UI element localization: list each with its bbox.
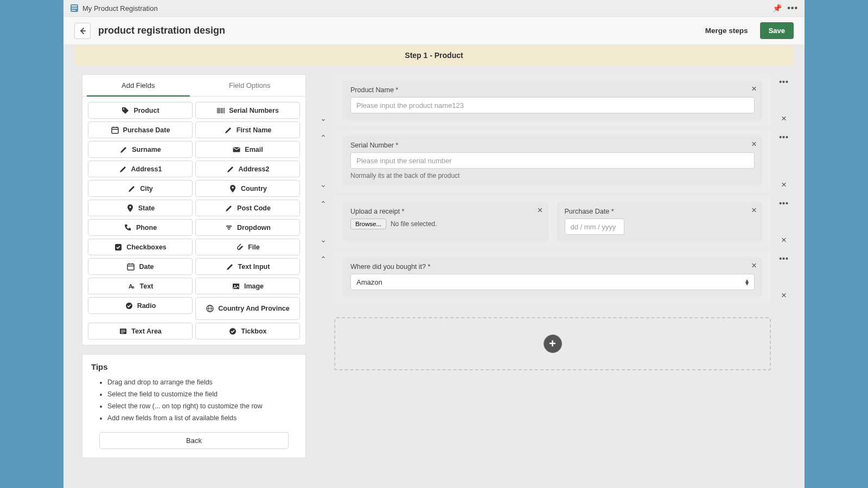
- row-reorder: ⌃⌄: [318, 251, 329, 303]
- remove-field-icon[interactable]: ×: [751, 139, 757, 149]
- remove-row-icon[interactable]: ×: [781, 235, 787, 245]
- row-controls: •••×: [776, 196, 792, 248]
- palette-text-input[interactable]: Text Input: [195, 258, 300, 275]
- move-down-icon[interactable]: ⌄: [320, 181, 327, 188]
- palette-date[interactable]: Date: [88, 258, 193, 275]
- browse-button[interactable]: Browse...: [350, 219, 386, 229]
- add-row-button[interactable]: +: [544, 335, 562, 353]
- row-container[interactable]: ×Serial Number *Normally its at the back…: [334, 130, 771, 192]
- palette-post-code[interactable]: Post Code: [195, 200, 300, 216]
- panel-tabs: Add Fields Field Options: [82, 75, 305, 97]
- svg-rect-11: [224, 108, 225, 113]
- palette-email[interactable]: Email: [195, 141, 300, 158]
- pencil-icon: [119, 145, 128, 154]
- palette-purchase-date[interactable]: Purchase Date: [88, 121, 193, 138]
- pencil-icon: [224, 126, 233, 134]
- palette-image[interactable]: Image: [195, 278, 300, 294]
- tips-panel: Tips Drag and drop to arrange the fields…: [82, 354, 306, 458]
- move-down-icon[interactable]: ⌄: [320, 114, 327, 122]
- row-menu-icon[interactable]: •••: [779, 133, 789, 142]
- palette-label: Country And Province: [218, 305, 290, 312]
- palette-label: Email: [245, 146, 263, 153]
- palette-city[interactable]: City: [88, 180, 193, 197]
- add-row-dropzone[interactable]: +: [334, 317, 771, 370]
- row-reorder: ⌃⌄: [318, 196, 329, 248]
- text-input[interactable]: [350, 97, 755, 113]
- field-card[interactable]: ×Upload a receipt *Browse...No file sele…: [343, 202, 548, 241]
- palette-address2[interactable]: Address2: [195, 160, 300, 177]
- app-icon: [70, 4, 79, 12]
- tip-item: Select the field to customize the field: [107, 389, 297, 401]
- move-up-icon[interactable]: ⌃: [320, 255, 327, 263]
- field-card[interactable]: ×Product Name *: [343, 81, 762, 120]
- date-input[interactable]: [565, 219, 624, 235]
- tip-item: Select the row (... on top right) to cus…: [107, 401, 297, 413]
- text-input[interactable]: [350, 152, 755, 169]
- tips-back-button[interactable]: Back: [99, 432, 289, 449]
- palette-dropdown[interactable]: Dropdown: [195, 219, 300, 236]
- palette-label: Image: [244, 282, 264, 290]
- row-container[interactable]: ×Where did you bought it? *Amazon▴▾: [334, 251, 771, 303]
- remove-field-icon[interactable]: ×: [751, 261, 757, 270]
- merge-steps-button[interactable]: Merge steps: [705, 27, 748, 35]
- pin-icon: [228, 184, 237, 193]
- row-container[interactable]: ×Product Name *: [334, 74, 771, 126]
- palette-product[interactable]: Product: [88, 102, 193, 119]
- save-button[interactable]: Save: [760, 22, 794, 39]
- palette-label: Radio: [137, 302, 156, 310]
- remove-row-icon[interactable]: ×: [781, 114, 787, 123]
- svg-point-18: [129, 206, 131, 208]
- palette-label: Address1: [131, 165, 162, 173]
- palette-radio[interactable]: Radio: [88, 297, 193, 314]
- menu-icon: [225, 223, 233, 232]
- palette-address1[interactable]: Address1: [88, 160, 193, 177]
- field-card[interactable]: ×Serial Number *Normally its at the back…: [343, 136, 762, 186]
- move-up-icon[interactable]: ⌃: [320, 200, 327, 208]
- textformat-icon: Aa: [127, 282, 136, 291]
- row-menu-icon[interactable]: •••: [779, 199, 789, 208]
- move-up-icon[interactable]: ⌃: [320, 134, 327, 142]
- titlebar-menu[interactable]: •••: [787, 3, 798, 13]
- field-card[interactable]: ×Purchase Date *: [557, 202, 763, 241]
- remove-field-icon[interactable]: ×: [751, 84, 757, 93]
- step-banner: Step 1 - Product: [74, 45, 794, 66]
- mail-icon: [232, 145, 241, 154]
- palette-text-area[interactable]: Text Area: [88, 323, 193, 339]
- remove-field-icon[interactable]: ×: [751, 206, 757, 215]
- move-down-icon[interactable]: ⌄: [320, 236, 327, 243]
- palette-tickbox[interactable]: Tickbox: [195, 323, 300, 339]
- tips-heading: Tips: [91, 362, 297, 371]
- field-palette-panel: Add Fields Field Options ProductSerial N…: [82, 74, 306, 345]
- field-label: Product Name *: [350, 86, 755, 94]
- field-label: Serial Number *: [350, 142, 755, 149]
- row-menu-icon[interactable]: •••: [779, 254, 789, 263]
- palette-country-and-province[interactable]: Country And Province: [195, 297, 300, 320]
- svg-rect-8: [220, 108, 221, 113]
- palette-label: Product: [133, 107, 159, 114]
- palette-phone[interactable]: Phone: [88, 219, 193, 236]
- row-reorder: ⌃⌄: [318, 130, 329, 192]
- row-menu-icon[interactable]: •••: [779, 78, 789, 86]
- remove-field-icon[interactable]: ×: [538, 206, 543, 215]
- palette-label: Address2: [239, 165, 270, 173]
- palette-label: Text: [140, 282, 154, 290]
- row-container[interactable]: ×Upload a receipt *Browse...No file sele…: [334, 196, 771, 248]
- remove-row-icon[interactable]: ×: [781, 180, 787, 189]
- tab-add-fields[interactable]: Add Fields: [82, 75, 194, 96]
- select-input[interactable]: Amazon▴▾: [350, 274, 755, 290]
- palette-text[interactable]: AaText: [88, 278, 193, 294]
- form-row: ⌃⌄×Serial Number *Normally its at the ba…: [318, 130, 792, 192]
- remove-row-icon[interactable]: ×: [781, 291, 787, 300]
- palette-state[interactable]: State: [88, 200, 193, 216]
- palette-file[interactable]: File: [195, 239, 300, 255]
- palette-country[interactable]: Country: [195, 180, 300, 197]
- palette-label: Surname: [132, 146, 161, 153]
- palette-first-name[interactable]: First Name: [195, 121, 300, 138]
- palette-checkboxes[interactable]: Checkboxes: [88, 239, 193, 255]
- palette-serial-numbers[interactable]: Serial Numbers: [195, 102, 300, 119]
- back-button[interactable]: [74, 23, 91, 39]
- field-card[interactable]: ×Where did you bought it? *Amazon▴▾: [343, 258, 762, 297]
- palette-surname[interactable]: Surname: [88, 141, 193, 158]
- pin-icon[interactable]: 📌: [773, 4, 782, 12]
- tab-field-options[interactable]: Field Options: [194, 75, 306, 96]
